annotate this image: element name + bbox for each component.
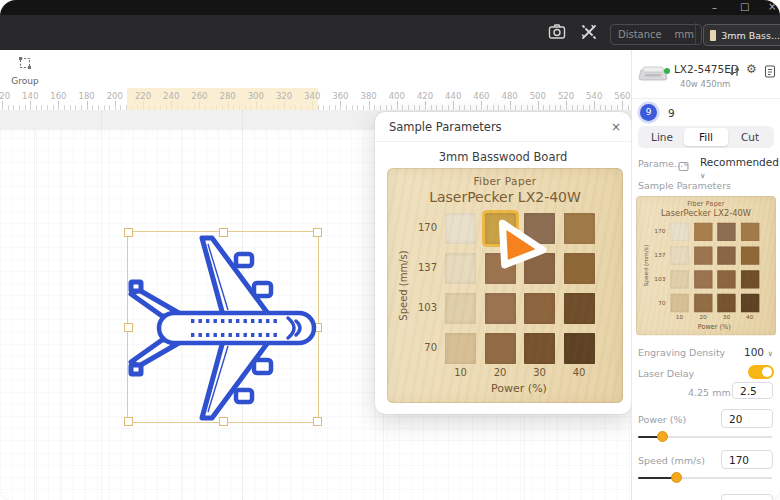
group-button[interactable]: Group xyxy=(6,54,44,86)
material-button-label: 3mm Bass... xyxy=(721,30,780,41)
crossed-tools-icon[interactable] xyxy=(580,23,598,45)
card-swatch xyxy=(741,223,759,241)
maximize-button[interactable]: □ xyxy=(740,2,749,12)
device-spec: 40w 450nm xyxy=(680,79,730,89)
card-swatch[interactable] xyxy=(445,333,476,364)
card-power-tick: 40 xyxy=(564,367,595,378)
card-swatch[interactable] xyxy=(485,293,516,324)
engraving-density-label: Engraving Density xyxy=(638,347,725,358)
ruler-label: 200 xyxy=(107,91,123,101)
dialog-close-icon[interactable]: × xyxy=(607,118,625,136)
card-power-tick: 10 xyxy=(445,367,476,378)
ruler-label: 340 xyxy=(304,91,320,101)
ruler-label: 500 xyxy=(530,91,546,101)
laser-delay-input[interactable]: 2.5 xyxy=(732,382,773,399)
card-swatch[interactable] xyxy=(445,253,476,284)
distance-input[interactable]: Distance mm xyxy=(610,24,702,45)
airplane-object[interactable] xyxy=(128,232,318,422)
horizontal-ruler[interactable]: 1201401601802002202402602803003203403603… xyxy=(0,88,631,110)
chevron-down-icon: ∨ xyxy=(700,171,706,180)
ruler-label: 300 xyxy=(248,91,264,101)
window-titlebar[interactable]: – □ × xyxy=(0,0,780,15)
engraving-density-dropdown[interactable]: 100 ∨ xyxy=(744,346,773,358)
top-toolbar: Distance mm 3mm Bass... xyxy=(0,15,780,50)
card-speed-tick: 170 xyxy=(647,228,666,235)
sample-parameters-card[interactable]: Fiber PaperLaserPecker LX2-40WSpeed (mm/… xyxy=(387,168,623,403)
swap-arrows-icon[interactable] xyxy=(728,63,741,82)
card-power-tick: 10 xyxy=(670,314,688,321)
mode-tabs: Line Fill Cut xyxy=(638,126,774,148)
secondary-toolbar: Group xyxy=(0,50,631,88)
distance-unit: mm xyxy=(675,29,694,40)
close-window-button[interactable]: × xyxy=(768,2,776,12)
device-status-dot xyxy=(664,68,670,74)
card-speed-tick: 170 xyxy=(405,222,437,233)
ruler-label: 320 xyxy=(276,91,292,101)
chevron-down-icon: ∨ xyxy=(767,349,773,358)
card-ylabel: Speed (mm/s) xyxy=(398,236,409,336)
ruler-label: 380 xyxy=(360,91,376,101)
ruler-label: 440 xyxy=(445,91,461,101)
speed-label: Speed (mm/s) xyxy=(638,455,705,466)
sample-parameters-thumbnail[interactable]: Fiber PaperLaserPecker LX2-40WSpeed (mm/… xyxy=(636,196,776,336)
layer-badge[interactable]: 9 xyxy=(640,104,657,121)
card-swatch[interactable] xyxy=(445,213,476,244)
card-swatch xyxy=(717,246,735,264)
card-swatch xyxy=(694,294,712,312)
power-label: Power (%) xyxy=(638,414,686,425)
card-swatch xyxy=(670,270,688,288)
card-swatch[interactable] xyxy=(485,333,516,364)
ruler-label: 540 xyxy=(586,91,602,101)
power-slider-knob[interactable] xyxy=(657,431,668,442)
card-speed-tick: 70 xyxy=(647,299,666,306)
tab-cut[interactable]: Cut xyxy=(728,128,772,146)
card-swatch xyxy=(670,223,688,241)
camera-icon[interactable] xyxy=(548,23,566,45)
minimize-button[interactable]: – xyxy=(712,3,717,13)
card-title: Fiber Paper xyxy=(387,175,623,187)
group-icon xyxy=(18,55,32,74)
power-slider[interactable] xyxy=(638,436,772,438)
speed-slider[interactable] xyxy=(638,477,772,479)
speed-slider-knob[interactable] xyxy=(671,472,682,483)
distance-placeholder: Distance xyxy=(618,29,662,40)
device-settings-gear-icon[interactable]: ⚙ xyxy=(746,62,757,76)
card-title: Fiber Paper xyxy=(636,200,776,207)
card-swatch xyxy=(717,270,735,288)
card-swatch[interactable] xyxy=(564,213,595,244)
ruler-label: 140 xyxy=(22,91,38,101)
card-swatch xyxy=(717,223,735,241)
ruler-label: 260 xyxy=(191,91,207,101)
speed-input[interactable]: 170 xyxy=(721,450,773,469)
card-swatch[interactable] xyxy=(524,293,555,324)
tab-fill[interactable]: Fill xyxy=(684,128,728,146)
ruler-label: 180 xyxy=(78,91,94,101)
device-log-document-icon[interactable] xyxy=(764,63,776,82)
selection-box[interactable] xyxy=(127,231,319,423)
ruler-label: 240 xyxy=(163,91,179,101)
right-sidebar: LX2-5475ED 40w 450nm ⚙ 9 9 Line Fill Cut… xyxy=(632,50,780,500)
card-swatch xyxy=(741,294,759,312)
parameters-label: Parame... xyxy=(638,158,683,169)
laser-delay-toggle[interactable] xyxy=(748,365,774,379)
card-swatch[interactable] xyxy=(445,293,476,324)
ruler-label: 460 xyxy=(473,91,489,101)
sample-parameters-dialog: Sample Parameters × 3mm Basswood Board F… xyxy=(375,112,631,414)
card-power-tick: 40 xyxy=(741,314,759,321)
pass-input[interactable]: 1 xyxy=(721,494,773,500)
preset-dropdown[interactable]: Recommended ∨ xyxy=(700,156,780,180)
dialog-material-name: 3mm Basswood Board xyxy=(375,150,631,164)
card-ylabel: Speed (mm/s) xyxy=(642,236,649,295)
card-swatch[interactable] xyxy=(524,333,555,364)
card-swatch[interactable] xyxy=(564,253,595,284)
tab-line[interactable]: Line xyxy=(640,128,684,146)
card-swatch[interactable] xyxy=(564,293,595,324)
card-swatch xyxy=(741,246,759,264)
card-swatch xyxy=(670,246,688,264)
material-button[interactable]: 3mm Bass... xyxy=(703,24,780,46)
group-button-label: Group xyxy=(11,76,38,86)
save-parameter-icon[interactable] xyxy=(678,157,689,176)
card-swatch xyxy=(670,294,688,312)
power-input[interactable]: 20 xyxy=(721,409,773,428)
card-swatch[interactable] xyxy=(564,333,595,364)
